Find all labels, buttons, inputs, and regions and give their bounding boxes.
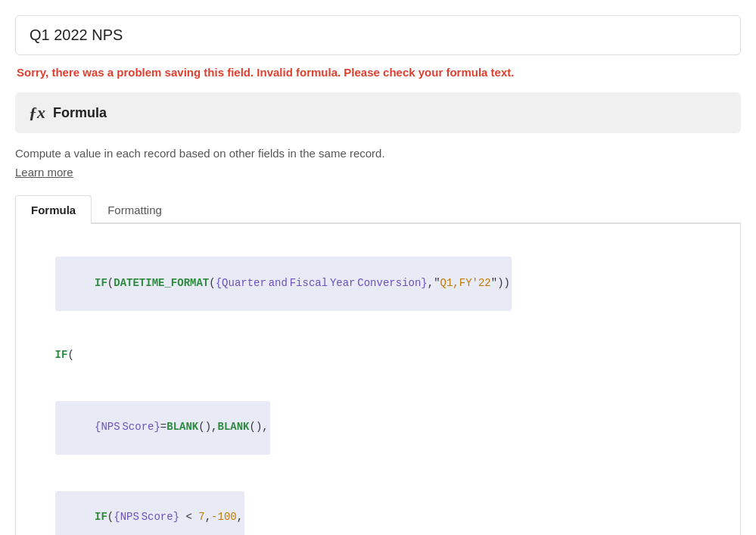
formula-header: ƒx Formula [15, 92, 741, 133]
code-line-3: {NPS Score}=BLANK(),BLANK(), [30, 383, 726, 473]
code-line-4: IF({NPS Score} < 7,-100, [30, 473, 726, 535]
formula-code-editor[interactable]: IF(DATETIME_FORMAT({Quarter and Fiscal Y… [15, 224, 741, 536]
code-line-2: IF( [30, 328, 726, 382]
field-title: Q1 2022 NPS [15, 15, 741, 55]
error-message: Sorry, there was a problem saving this f… [15, 66, 741, 79]
learn-more-link[interactable]: Learn more [15, 166, 73, 179]
formula-icon: ƒx [29, 103, 45, 123]
tabs-bar: Formula Formatting [15, 194, 741, 224]
formula-header-label: Formula [53, 105, 107, 121]
tab-formatting[interactable]: Formatting [92, 195, 178, 224]
formula-description: Compute a value in each record based on … [15, 145, 741, 163]
tab-formula[interactable]: Formula [15, 195, 92, 224]
fx-symbol: ƒx [29, 103, 45, 123]
code-line-1: IF(DATETIME_FORMAT({Quarter and Fiscal Y… [30, 239, 726, 329]
